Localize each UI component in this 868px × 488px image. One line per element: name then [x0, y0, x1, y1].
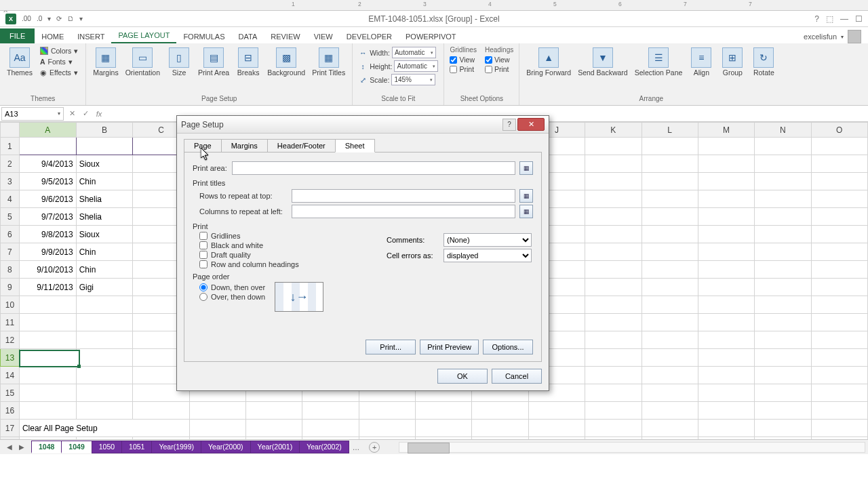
cell[interactable] — [585, 367, 642, 384]
sheet-tab[interactable]: Year(1999) — [151, 441, 201, 453]
cell[interactable] — [246, 437, 302, 440]
sheet-nav-next-icon[interactable]: ▶ — [19, 443, 24, 451]
cols-repeat-ref-button[interactable]: ▦ — [519, 205, 533, 218]
row-header[interactable]: 7 — [1, 243, 20, 261]
cell[interactable] — [811, 349, 867, 367]
col-header[interactable]: O — [811, 123, 867, 138]
cell[interactable] — [811, 331, 867, 349]
cell[interactable] — [755, 349, 811, 367]
cell[interactable] — [642, 420, 698, 437]
cell[interactable]: Chin — [76, 173, 133, 190]
cell[interactable] — [642, 349, 698, 367]
cell[interactable] — [133, 437, 189, 440]
colors-button[interactable]: Colors ▾ — [38, 46, 80, 56]
cell[interactable] — [585, 208, 642, 226]
cell[interactable] — [642, 331, 698, 349]
bring-forward-button[interactable]: ▲Bring Forward — [525, 46, 572, 79]
cell[interactable] — [246, 402, 302, 420]
horizontal-scrollbar[interactable] — [399, 442, 865, 453]
cell[interactable] — [755, 261, 811, 279]
row-header[interactable]: 9 — [1, 279, 20, 296]
cell[interactable]: 9/5/2013 — [19, 173, 76, 190]
row-header[interactable]: 13 — [1, 349, 20, 367]
cell[interactable]: Sioux — [76, 155, 133, 173]
cell[interactable]: 9/7/2013 — [19, 208, 76, 226]
cell[interactable] — [811, 437, 867, 440]
headings-print-check[interactable]: Print — [485, 65, 513, 73]
cell[interactable] — [19, 384, 76, 402]
cell[interactable] — [698, 138, 754, 155]
cell[interactable] — [811, 173, 867, 190]
cell[interactable] — [811, 138, 867, 155]
cell[interactable] — [472, 402, 528, 420]
cell[interactable]: 9/10/2013 — [19, 261, 76, 279]
cell[interactable] — [698, 331, 754, 349]
tab-view[interactable]: VIEW — [307, 30, 340, 43]
cell[interactable] — [811, 367, 867, 384]
cell[interactable] — [189, 402, 245, 420]
themes-button[interactable]: AaThemes — [5, 46, 34, 79]
cell[interactable] — [698, 367, 754, 384]
cell[interactable] — [642, 296, 698, 314]
gridlines-view-check[interactable]: View — [450, 56, 476, 64]
cell[interactable] — [755, 331, 811, 349]
cell[interactable] — [698, 420, 754, 437]
print-button[interactable]: Print... — [366, 340, 416, 354]
dialog-tab-header-footer[interactable]: Header/Footer — [267, 139, 336, 152]
cell[interactable] — [76, 331, 133, 349]
cell[interactable] — [698, 314, 754, 331]
tab-home[interactable]: HOME — [35, 30, 71, 43]
cell[interactable]: 9/4/2013 — [19, 155, 76, 173]
cell[interactable]: Shelia — [76, 190, 133, 208]
cell[interactable] — [642, 155, 698, 173]
row-header[interactable]: 14 — [1, 367, 20, 384]
cell[interactable] — [133, 402, 189, 420]
cancel-button[interactable]: Cancel — [492, 369, 542, 384]
fb-cancel-icon[interactable]: ✕ — [65, 107, 79, 121]
cell[interactable] — [585, 190, 642, 208]
row-header[interactable]: 2 — [1, 155, 20, 173]
cell[interactable] — [698, 155, 754, 173]
cell[interactable] — [528, 402, 585, 420]
fb-enter-icon[interactable]: ✓ — [79, 107, 92, 121]
sheet-tab[interactable]: 1051 — [121, 441, 152, 453]
margins-button[interactable]: ▦Margins — [92, 46, 119, 79]
send-backward-button[interactable]: ▼Send Backward — [576, 46, 629, 79]
row-header[interactable]: 4 — [1, 190, 20, 208]
row-header[interactable]: 15 — [1, 384, 20, 402]
scale-input[interactable]: 145% — [391, 74, 435, 85]
cell[interactable] — [302, 402, 359, 420]
cell[interactable] — [698, 384, 754, 402]
qat-more-icon[interactable]: ▾ — [79, 15, 83, 22]
cell[interactable] — [472, 437, 528, 440]
cell[interactable] — [642, 190, 698, 208]
cell[interactable] — [19, 402, 76, 420]
print-preview-button[interactable]: Print Preview — [420, 340, 479, 354]
qat-icon[interactable]: ▾ — [47, 15, 51, 22]
dialog-help-button[interactable]: ? — [502, 119, 516, 131]
cell[interactable] — [698, 190, 754, 208]
add-sheet-button[interactable]: + — [369, 442, 380, 453]
cell[interactable] — [642, 208, 698, 226]
cell[interactable] — [76, 349, 133, 367]
cell[interactable] — [416, 402, 472, 420]
cell[interactable]: Clear All Page Setup — [19, 420, 189, 437]
dialog-tab-page[interactable]: Page — [184, 139, 222, 152]
breaks-button[interactable]: ⊟Breaks — [235, 46, 262, 79]
options-button[interactable]: Options... — [483, 340, 533, 354]
cell[interactable]: Shelia — [76, 208, 133, 226]
tab-formulas[interactable]: FORMULAS — [176, 30, 231, 43]
cell[interactable] — [755, 314, 811, 331]
cell[interactable] — [359, 437, 415, 440]
cell[interactable] — [811, 190, 867, 208]
cell[interactable] — [642, 314, 698, 331]
cell[interactable]: 9/9/2013 — [19, 243, 76, 261]
cell[interactable] — [76, 314, 133, 331]
cell[interactable] — [585, 314, 642, 331]
background-button[interactable]: ▩Background — [266, 46, 307, 79]
cell[interactable] — [642, 402, 698, 420]
cell[interactable]: Chin — [76, 261, 133, 279]
cell[interactable] — [642, 173, 698, 190]
qat-icon[interactable]: 🗋 — [67, 15, 74, 22]
cell[interactable] — [19, 314, 76, 331]
